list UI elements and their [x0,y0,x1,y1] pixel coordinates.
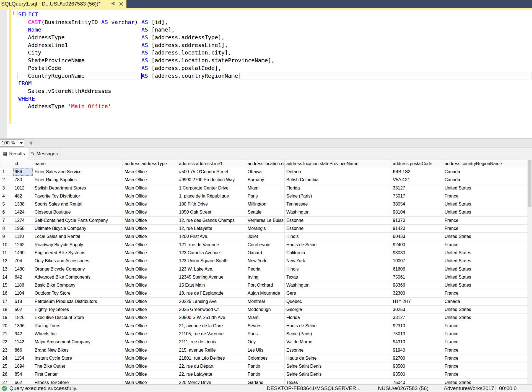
row-number[interactable]: 14 [0,273,13,281]
grid-cell[interactable]: Main Office [123,330,177,338]
grid-cell[interactable]: Roadway Bicycle Supply [33,241,123,249]
grid-cell[interactable]: France [443,370,527,378]
grid-cell[interactable]: 18, rue de l´Esplanade [177,289,246,297]
code-line[interactable]: AddressType='Main Office' [17,102,531,110]
grid-cell[interactable]: United States [443,233,527,241]
grid-cell[interactable]: Sports Sales and Rental [33,200,123,208]
grid-cell[interactable]: Main Office [123,362,177,370]
grid-cell[interactable]: France [443,330,527,338]
grid-cell[interactable]: 93030 [391,249,443,257]
tab-results[interactable]: Results [0,148,28,160]
grid-cell[interactable]: Hauts de Seine [285,354,391,362]
grid-cell[interactable]: 1142 [13,338,33,346]
column-header-address.countryRegionName[interactable]: address.countryRegionName [443,160,527,168]
grid-cell[interactable]: 123 Union Square South [177,257,246,265]
grid-cell[interactable]: Irving [246,273,285,281]
grid-cell[interactable]: Essonne [285,216,391,224]
grid-cell[interactable]: Main Office [123,168,177,176]
grid-cell[interactable]: United States [443,273,527,281]
row-number[interactable]: 22 [0,338,13,346]
grid-cell[interactable]: 75061 [391,273,443,281]
sql-editor[interactable]: SELECTCAST(BusinessEntityID AS varchar)A… [0,10,532,138]
grid-cell[interactable]: 1424 [13,208,33,216]
grid-cell[interactable]: 75040 [391,378,443,384]
grid-cell[interactable]: Self-Contained Cycle Parts Company [33,216,123,224]
sql-code[interactable]: SELECTCAST(BusinessEntityID AS varchar)A… [17,11,531,110]
scrollbar-thumb[interactable] [528,160,531,207]
column-header-address.addressType[interactable]: address.addressType [123,160,177,168]
grid-cell[interactable]: Seine Saint Denis [285,362,391,370]
grid-cell[interactable]: Peoria [246,265,285,273]
grid-cell[interactable]: Verrieres Le Buisson [246,216,285,224]
grid-cell[interactable]: United States [443,200,527,208]
grid-cell[interactable]: 12345 Sterling Avenue [177,273,246,281]
grid-cell[interactable]: Main Office [123,208,177,216]
grid-cell[interactable]: Garland [246,378,285,384]
row-number[interactable]: 26 [0,370,13,378]
grid-cell[interactable]: Paris [246,330,285,338]
grid-cell[interactable]: Main Office [123,225,177,233]
code-line[interactable]: CAST(BusinessEntityID AS varchar)AS [id]… [17,18,531,26]
grid-cell[interactable]: Florida [285,314,391,322]
grid-cell[interactable]: United States [443,249,527,257]
grid-cell[interactable]: Mcdonough [246,306,285,314]
grid-cell[interactable]: Quebec [285,297,391,305]
grid-cell[interactable]: 33127 [391,184,443,192]
grid-cell[interactable]: 1490 [13,249,33,257]
grid-cell[interactable]: 98104 [391,208,443,216]
grid-cell[interactable]: Engineered Bike Systems [33,249,123,257]
grid-cell[interactable]: Instant Cycle Store [33,354,123,362]
grid-cell[interactable]: 1104 [13,289,33,297]
grid-cell[interactable]: Burnaby [246,176,285,184]
grid-cell[interactable]: 1110 [13,233,33,241]
row-number[interactable]: 16 [0,289,13,297]
grid-vertical-scrollbar[interactable] [527,160,532,384]
code-line[interactable]: StateProvinceNameAS [address.location.st… [17,56,531,64]
grid-cell[interactable]: France [443,354,527,362]
grid-cell[interactable]: 75013 [391,330,443,338]
grid-cell[interactable]: Main Office [123,241,177,249]
grid-cell[interactable]: The Bike Outlet [33,362,123,370]
grid-cell[interactable]: Main Office [123,176,177,184]
grid-cell[interactable]: France [443,225,527,233]
grid-cell[interactable]: 1012 [13,184,33,192]
grid-cell[interactable]: First Center [33,370,123,378]
grid-cell[interactable]: France [443,338,527,346]
grid-cell[interactable]: Main Office [123,216,177,224]
grid-cell[interactable]: British Columbia [285,176,391,184]
grid-cell[interactable]: 662 [13,378,33,384]
grid-cell[interactable]: Seattle [246,208,285,216]
grid-cell[interactable]: Texas [285,273,391,281]
grid-cell[interactable]: 94310 [391,338,443,346]
collapse-region-icon[interactable] [13,11,17,15]
grid-cell[interactable]: California [285,249,391,257]
grid-cell[interactable]: Main Office [123,354,177,362]
grid-cell[interactable]: Gers [285,289,391,297]
grid-cell[interactable]: Finer Sales and Service [33,168,123,176]
grid-cell[interactable]: Washington [285,281,391,289]
grid-cell[interactable]: 866 [13,346,33,354]
grid-cell[interactable]: France [443,192,527,200]
code-line[interactable]: PostalCodeAS [address.postalCode], [17,64,531,72]
grid-cell[interactable]: 780 [13,176,33,184]
grid-cell[interactable]: Only Bikes and Accessories [33,257,123,265]
row-number[interactable]: 10 [0,241,13,249]
grid-cell[interactable]: 1 Corporate Center Drive [177,184,246,192]
grid-cell[interactable]: Illinois [285,233,391,241]
grid-cell[interactable]: 30253 [391,306,443,314]
grid-cell[interactable]: 482 [13,192,33,200]
grid-cell[interactable]: 12, rue Lafayette [177,225,246,233]
grid-cell[interactable]: Wheels Inc. [33,330,123,338]
scroll-left-arrow-icon[interactable] [29,141,32,145]
grid-cell[interactable]: 1480 [13,265,33,273]
grid-cell[interactable]: 2025 Greenwood Ct [177,306,246,314]
grid-cell[interactable]: 92400 [391,241,443,249]
row-number[interactable]: 6 [0,208,13,216]
grid-cell[interactable]: Ottawa [246,168,285,176]
grid-cell[interactable]: Executive Discount Store [33,314,123,322]
grid-cell[interactable]: Main Office [123,184,177,192]
grid-cell[interactable]: 956 [13,168,33,176]
grid-cell[interactable]: 100 Fifth Drive [177,200,246,208]
column-header-id[interactable]: id [13,160,33,168]
grid-cell[interactable]: 2111, rue de Linois [177,338,246,346]
